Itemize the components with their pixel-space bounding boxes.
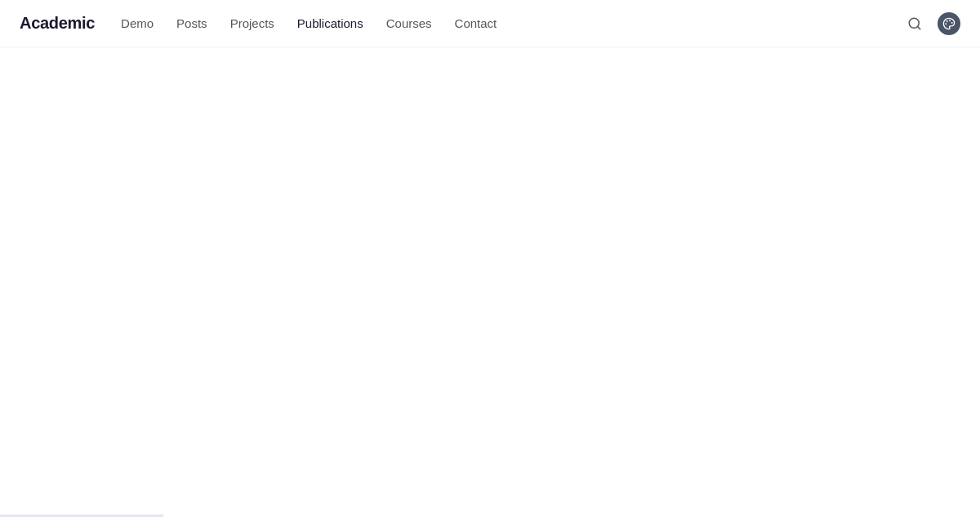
main-content <box>0 47 980 517</box>
main-nav: Demo Posts Projects Publications Courses… <box>121 16 497 30</box>
search-icon <box>907 16 922 31</box>
svg-point-3 <box>951 22 952 23</box>
svg-point-4 <box>947 20 947 21</box>
svg-point-2 <box>950 20 951 21</box>
site-header: Academic Demo Posts Projects Publication… <box>0 0 980 47</box>
site-title[interactable]: Academic <box>20 14 95 33</box>
svg-point-5 <box>946 24 947 25</box>
svg-line-1 <box>917 26 920 29</box>
nav-publications[interactable]: Publications <box>297 16 363 30</box>
nav-posts[interactable]: Posts <box>176 16 207 30</box>
nav-contact[interactable]: Contact <box>455 16 497 30</box>
header-left: Academic Demo Posts Projects Publication… <box>20 14 497 33</box>
header-right <box>902 11 960 37</box>
nav-courses[interactable]: Courses <box>386 16 432 30</box>
palette-button[interactable] <box>938 12 960 35</box>
palette-icon <box>942 17 956 30</box>
nav-projects[interactable]: Projects <box>230 16 274 30</box>
search-button[interactable] <box>902 11 928 37</box>
nav-demo[interactable]: Demo <box>121 16 154 30</box>
